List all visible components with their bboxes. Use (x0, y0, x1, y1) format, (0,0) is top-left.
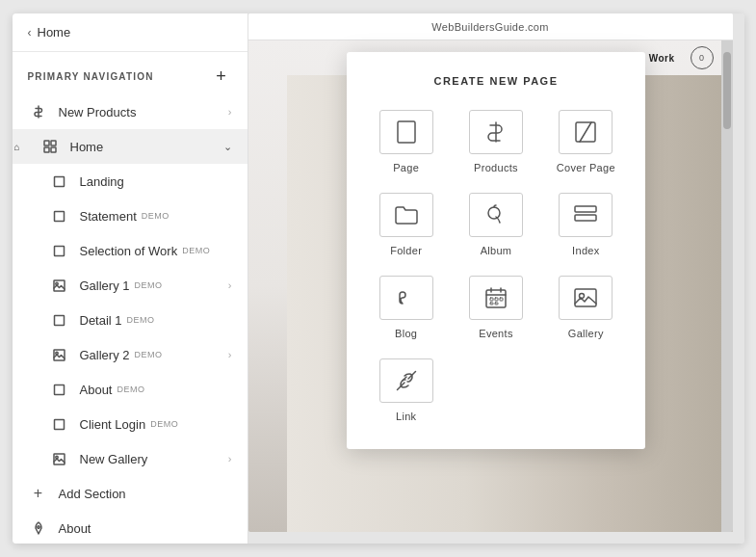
image-icon (49, 448, 70, 469)
page-type-gallery[interactable]: Gallery (546, 276, 626, 339)
svg-rect-13 (55, 385, 65, 394)
page-type-icon-box-index (559, 193, 613, 237)
svg-rect-2 (51, 141, 56, 146)
chevron-right-icon: › (228, 453, 232, 464)
page-type-icon-box-folder (379, 193, 433, 237)
page-icon (49, 240, 70, 261)
demo-badge: DEMO (127, 315, 155, 325)
sidebar-item-about-sub[interactable]: About DEMO (13, 372, 248, 407)
chevron-right-icon: › (228, 106, 232, 118)
svg-point-22 (488, 207, 500, 219)
page-type-icon-box-album (469, 193, 523, 237)
page-type-icon-box-link (379, 358, 433, 403)
sidebar-item-landing[interactable]: Landing (13, 164, 248, 199)
svg-rect-24 (575, 215, 596, 221)
svg-rect-29 (490, 298, 493, 301)
page-icon (49, 379, 70, 400)
svg-rect-4 (51, 147, 56, 152)
rocket-icon (28, 517, 49, 539)
sidebar-item-label: About (80, 383, 113, 397)
demo-badge: DEMO (182, 246, 210, 255)
primary-nav-label: PRIMARY NAVIGATION (28, 71, 154, 82)
page-icon (49, 205, 70, 226)
grid-icon (39, 136, 61, 157)
page-icon (49, 309, 70, 331)
svg-rect-7 (55, 246, 65, 255)
page-type-label-products: Products (474, 162, 518, 173)
svg-rect-34 (575, 289, 596, 306)
svg-rect-5 (55, 176, 65, 186)
sidebar-item-label: Selection of Work (80, 244, 178, 258)
modal-title: CREATE NEW PAGE (366, 75, 626, 87)
dollar-icon (28, 101, 49, 122)
back-chevron-icon: ‹ (28, 26, 32, 40)
page-type-label-folder: Folder (390, 245, 422, 256)
sidebar-item-label: Gallery 2 (80, 348, 130, 362)
sidebar-item-about[interactable]: About (13, 511, 248, 544)
page-type-link[interactable]: Link (366, 358, 446, 422)
page-type-cover-page[interactable]: Cover Page (546, 110, 626, 173)
page-type-blog[interactable]: Blog (366, 276, 446, 339)
sidebar-item-gallery-2[interactable]: Gallery 2 DEMO › (13, 337, 248, 372)
sidebar-item-label: Statement (80, 209, 137, 224)
svg-rect-6 (55, 211, 65, 221)
sidebar-item-label: New Gallery (80, 452, 148, 466)
add-section-label: Add Section (59, 487, 126, 501)
sidebar-item-label: Detail 1 (80, 313, 122, 328)
sidebar-item-label: Landing (80, 174, 124, 189)
page-type-icon-box-products (469, 110, 523, 154)
page-type-label-cover-page: Cover Page (557, 162, 615, 173)
add-nav-item-button[interactable]: + (211, 66, 232, 87)
demo-badge: DEMO (135, 280, 163, 290)
image-icon (49, 344, 70, 365)
svg-rect-3 (44, 147, 49, 152)
svg-rect-31 (500, 298, 503, 301)
page-type-index[interactable]: Index (546, 193, 626, 256)
browser-url: WebBuildersGuide.com (431, 21, 548, 33)
sidebar-item-gallery-1[interactable]: Gallery 1 DEMO › (13, 268, 248, 303)
cart-icon: 0 (691, 46, 714, 69)
page-type-icon-box-events (469, 276, 523, 320)
page-type-icon-box-cover-page (559, 110, 613, 154)
sidebar-item-label: New Products (59, 105, 137, 119)
sidebar-item-label: About (59, 521, 91, 536)
page-type-events[interactable]: Events (456, 276, 535, 339)
page-type-label-gallery: Gallery (568, 328, 604, 339)
page-type-products[interactable]: Products (456, 110, 535, 173)
svg-rect-23 (575, 206, 596, 212)
sidebar-item-new-gallery[interactable]: New Gallery › (13, 441, 248, 476)
website-nav-work: Work (649, 53, 675, 64)
svg-rect-14 (55, 419, 65, 429)
svg-rect-32 (490, 303, 493, 305)
page-type-page[interactable]: Page (366, 110, 446, 173)
scrollbar-thumb[interactable] (723, 52, 731, 129)
browser-top-bar: WebBuildersGuide.com (248, 13, 733, 40)
demo-badge: DEMO (142, 211, 169, 221)
svg-rect-18 (398, 121, 415, 143)
page-type-label-album: Album (481, 245, 512, 256)
svg-rect-10 (55, 315, 65, 325)
page-type-album[interactable]: Album (456, 193, 535, 256)
sidebar-item-new-products[interactable]: New Products › (13, 94, 248, 129)
page-type-icon-box-page (379, 110, 433, 154)
page-type-label-blog: Blog (395, 328, 417, 339)
chevron-right-icon: › (228, 349, 232, 360)
page-icon (49, 413, 70, 435)
scrollbar-track[interactable] (721, 40, 733, 532)
sidebar-item-client-login[interactable]: Client Login DEMO (13, 407, 248, 441)
sidebar-item-statement[interactable]: Statement DEMO (13, 199, 248, 233)
image-icon (49, 275, 70, 296)
sidebar-item-label: Home (70, 140, 104, 154)
page-type-folder[interactable]: Folder (366, 193, 446, 256)
demo-badge: DEMO (150, 419, 178, 429)
sidebar-item-home[interactable]: ⌂ Home ⌄ (13, 129, 248, 164)
sidebar-item-selection-of-work[interactable]: Selection of Work DEMO (13, 233, 248, 268)
chevron-down-icon: ⌄ (223, 141, 232, 153)
back-label: Home (38, 25, 71, 40)
sidebar-back-button[interactable]: ‹ Home (13, 13, 248, 52)
demo-badge: DEMO (135, 350, 163, 359)
sidebar-item-detail-1[interactable]: Detail 1 DEMO (13, 303, 248, 337)
plus-icon: + (28, 483, 49, 504)
add-section-button[interactable]: + Add Section (13, 476, 248, 511)
cart-count: 0 (699, 53, 704, 63)
